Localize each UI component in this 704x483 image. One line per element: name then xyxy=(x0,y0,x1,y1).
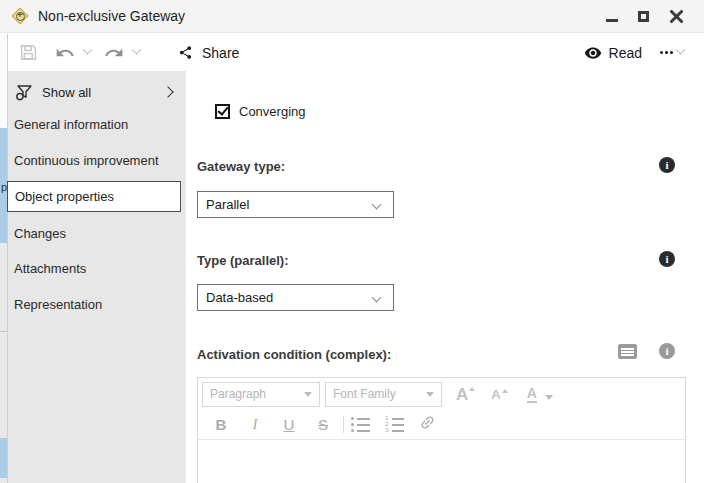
activation-condition-info-icon[interactable] xyxy=(659,343,675,359)
insert-link-button[interactable] xyxy=(419,414,436,435)
eye-icon xyxy=(584,44,602,62)
redo-button[interactable] xyxy=(104,43,124,63)
gateway-type-value: Parallel xyxy=(206,197,249,212)
read-mode-button[interactable]: Read xyxy=(584,44,642,62)
chevron-down-icon xyxy=(372,293,382,303)
background-highlight xyxy=(0,438,8,478)
sidebar-item-attachments[interactable]: Attachments xyxy=(14,261,86,279)
background-divider xyxy=(0,331,8,332)
font-color-dropdown-arrow-icon[interactable] xyxy=(545,395,553,400)
read-label: Read xyxy=(609,45,642,61)
italic-button[interactable]: I xyxy=(238,416,272,433)
redo-icon xyxy=(104,43,124,63)
close-icon xyxy=(669,9,684,24)
share-icon xyxy=(178,45,193,60)
font-family-value: Font Family xyxy=(333,387,396,401)
caret-icon xyxy=(469,387,475,391)
share-label: Share xyxy=(202,45,239,61)
sidebar-item-representation[interactable]: Representation xyxy=(14,297,102,315)
filter-funnel-icon xyxy=(15,83,34,106)
caret-icon xyxy=(502,389,508,393)
sidebar-item-continuous-improvement[interactable]: Continuous improvement xyxy=(14,153,159,171)
minimize-button[interactable] xyxy=(606,11,618,22)
converging-checkbox[interactable] xyxy=(215,104,230,119)
maximize-button[interactable] xyxy=(638,11,649,22)
open-text-editor-icon[interactable] xyxy=(618,344,637,359)
undo-button[interactable] xyxy=(55,43,75,63)
redo-dropdown-chevron-icon[interactable] xyxy=(132,45,142,55)
undo-icon xyxy=(55,43,75,63)
show-all-label: Show all xyxy=(42,85,91,100)
toolbar-separator xyxy=(343,416,344,433)
gateway-diamond-icon xyxy=(12,8,28,24)
dropdown-arrow-icon xyxy=(426,392,434,397)
underline-button[interactable]: U xyxy=(272,416,306,433)
app-window: Non-exclusive Gateway xyxy=(0,0,704,483)
decrease-font-size-button[interactable]: A xyxy=(491,388,507,401)
editor-toolbar-row-2: B I U S 1 2 3 xyxy=(198,410,685,440)
more-options-button[interactable] xyxy=(660,51,663,54)
close-button[interactable] xyxy=(669,9,684,24)
window-title: Non-exclusive Gateway xyxy=(38,8,185,24)
converging-row: Converging xyxy=(215,104,306,119)
titlebar: Non-exclusive Gateway xyxy=(0,0,704,33)
activation-condition-editor: Paragraph Font Family A A A B I U S xyxy=(197,377,686,483)
sidebar-item-changes[interactable]: Changes xyxy=(14,226,66,244)
object-properties-panel: Converging Gateway type: Parallel Type (… xyxy=(186,71,704,483)
chevron-down-icon xyxy=(372,200,382,210)
bullet-list-button[interactable] xyxy=(351,417,370,432)
editor-toolbar-row-1: Paragraph Font Family A A A xyxy=(198,378,685,410)
paragraph-style-select[interactable]: Paragraph xyxy=(202,382,320,407)
converging-label: Converging xyxy=(239,104,306,119)
more-options-chevron-icon[interactable] xyxy=(676,45,686,55)
gateway-type-select[interactable]: Parallel xyxy=(197,191,394,218)
font-color-button[interactable]: A xyxy=(527,386,537,403)
save-icon xyxy=(19,43,38,62)
parallel-type-select[interactable]: Data-based xyxy=(197,284,394,311)
activation-condition-label: Activation condition (complex): xyxy=(197,347,391,362)
editor-content-area[interactable] xyxy=(198,440,685,483)
minimize-icon xyxy=(606,19,618,22)
parallel-type-label: Type (parallel): xyxy=(197,253,289,268)
link-icon xyxy=(419,414,436,431)
sidebar-item-general-information[interactable]: General information xyxy=(14,117,128,135)
background-app-strip: p xyxy=(0,34,8,483)
maximize-icon xyxy=(638,11,649,22)
sidebar: Show all General information Continuous … xyxy=(8,71,186,483)
font-family-select[interactable]: Font Family xyxy=(325,382,442,407)
bold-button[interactable]: B xyxy=(204,416,238,433)
increase-font-size-button[interactable]: A xyxy=(456,386,475,403)
strikethrough-button[interactable]: S xyxy=(306,416,340,433)
paragraph-style-value: Paragraph xyxy=(210,387,266,401)
share-button[interactable]: Share xyxy=(178,45,239,61)
gateway-type-label: Gateway type: xyxy=(197,159,285,174)
numbered-list-button[interactable]: 1 2 3 xyxy=(385,417,404,432)
toolbar: Share Read xyxy=(8,34,704,71)
parallel-type-info-icon[interactable] xyxy=(659,251,675,267)
sidebar-filter-show-all[interactable]: Show all xyxy=(8,80,186,106)
chevron-right-icon xyxy=(162,86,173,97)
dropdown-arrow-icon xyxy=(304,392,312,397)
undo-dropdown-chevron-icon[interactable] xyxy=(83,45,93,55)
sidebar-item-object-properties[interactable]: Object properties xyxy=(7,181,181,212)
save-button[interactable] xyxy=(19,43,38,62)
parallel-type-value: Data-based xyxy=(206,290,273,305)
gateway-type-info-icon[interactable] xyxy=(659,157,675,173)
